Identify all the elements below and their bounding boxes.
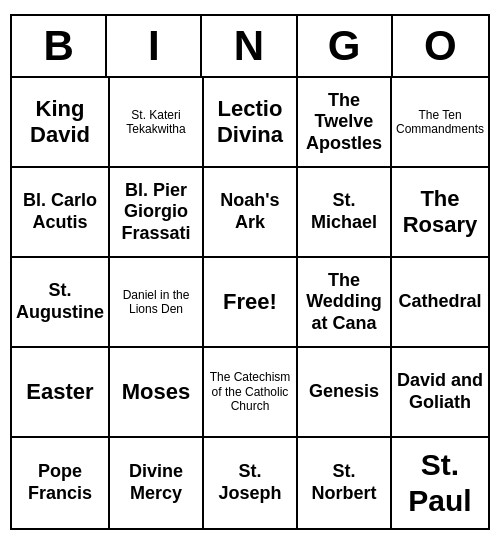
bingo-cell: Lectio Divina xyxy=(204,78,298,168)
header-letter: G xyxy=(298,16,393,76)
bingo-cell: Easter xyxy=(12,348,110,438)
bingo-cell: The Wedding at Cana xyxy=(298,258,392,348)
bingo-cell: The Rosary xyxy=(392,168,488,258)
bingo-cell: Bl. Carlo Acutis xyxy=(12,168,110,258)
bingo-cell: The Twelve Apostles xyxy=(298,78,392,168)
bingo-header: BINGO xyxy=(12,16,488,78)
bingo-grid: King DavidSt. Kateri TekakwithaLectio Di… xyxy=(12,78,488,528)
bingo-cell: Pope Francis xyxy=(12,438,110,528)
bingo-cell: King David xyxy=(12,78,110,168)
bingo-cell: The Catechism of the Catholic Church xyxy=(204,348,298,438)
bingo-cell: St. Augustine xyxy=(12,258,110,348)
bingo-card: BINGO King DavidSt. Kateri TekakwithaLec… xyxy=(10,14,490,530)
bingo-cell: Free! xyxy=(204,258,298,348)
bingo-cell: Bl. Pier Giorgio Frassati xyxy=(110,168,204,258)
bingo-cell: St. Paul xyxy=(392,438,488,528)
bingo-cell: St. Michael xyxy=(298,168,392,258)
header-letter: N xyxy=(202,16,297,76)
bingo-cell: St. Joseph xyxy=(204,438,298,528)
header-letter: B xyxy=(12,16,107,76)
bingo-cell: Moses xyxy=(110,348,204,438)
bingo-cell: Divine Mercy xyxy=(110,438,204,528)
bingo-cell: Cathedral xyxy=(392,258,488,348)
bingo-cell: Genesis xyxy=(298,348,392,438)
bingo-cell: St. Kateri Tekakwitha xyxy=(110,78,204,168)
bingo-cell: Daniel in the Lions Den xyxy=(110,258,204,348)
bingo-cell: St. Norbert xyxy=(298,438,392,528)
bingo-cell: The Ten Commandments xyxy=(392,78,488,168)
header-letter: O xyxy=(393,16,488,76)
header-letter: I xyxy=(107,16,202,76)
bingo-cell: Noah's Ark xyxy=(204,168,298,258)
bingo-cell: David and Goliath xyxy=(392,348,488,438)
